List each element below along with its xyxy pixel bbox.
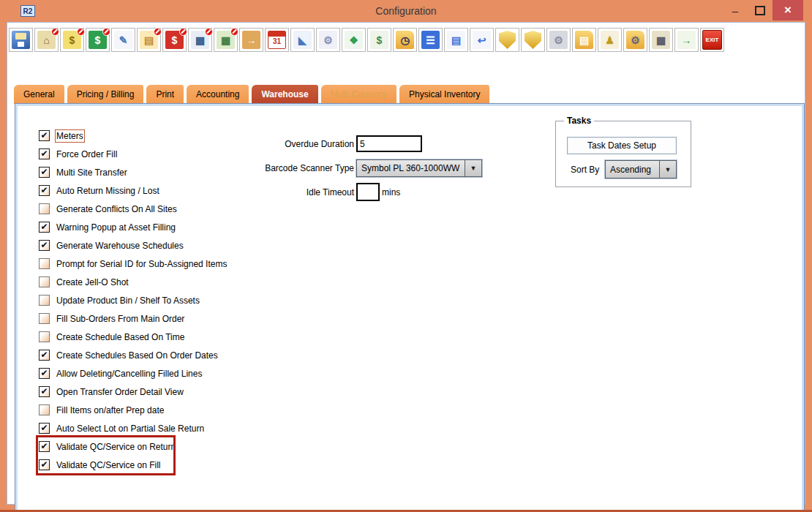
option-row: ✔Meters [39,127,227,145]
spreadsheet-button[interactable]: ▦ [214,28,238,52]
barcode-scanner-settings-button[interactable]: ⚙ [546,28,571,52]
checkbox-update-product-bin-shelf-to-assets[interactable] [39,295,50,306]
settings-gears-icon: ⚙ [319,31,337,49]
task-dates-setup-button[interactable]: Task Dates Setup [567,137,677,154]
sort-by-select[interactable]: Ascending ▼ [605,160,677,178]
exit-button[interactable]: EXIT [700,28,724,52]
window-title: Configuration [0,0,812,22]
option-label: Prompt for Serial ID for Sub-Assigned It… [56,259,227,269]
checkmark-icon: ✔ [40,241,48,249]
measure-tools-icon: ◣ [293,31,312,49]
option-label: Force Order Fill [56,149,117,159]
option-row: Generate Conflicts On All Sites [39,200,227,218]
option-row: ✔Create Schedules Based On Order Dates [39,346,227,364]
close-button[interactable]: × [772,0,803,20]
option-row: Create Jell-O Shot [39,273,227,291]
checkbox-multi-site-transfer[interactable]: ✔ [39,167,50,178]
folder-settings-button[interactable]: ⚙ [623,28,647,52]
lock-transfer-button[interactable]: → [239,28,263,52]
option-row: Create Schedule Based On Time [39,328,227,346]
checkbox-fill-sub-orders-from-main-order[interactable] [39,313,50,324]
checkbox-allow-deleting-cancelling-filled-lines[interactable]: ✔ [39,368,50,379]
document-return-button[interactable]: ↩ [470,28,494,52]
option-label: Update Product Bin / Shelf To Assets [56,295,200,306]
asset-trophy-button[interactable]: ♟ [598,28,622,52]
calculator-settings-button[interactable]: ▦ [649,28,673,52]
tasks-group: Tasks Task Dates Setup Sort By Ascending… [555,121,691,187]
folder-documents-button[interactable]: ▤ [572,28,596,52]
checkmark-icon: ✔ [40,387,48,396]
security-search-button[interactable] [495,28,519,52]
option-label: Create Schedule Based On Time [56,332,184,342]
overdue-duration-label: Overdue Duration [237,139,354,149]
checkbox-create-schedule-based-on-time[interactable] [39,331,50,342]
shop-order-button[interactable]: ⌂ [34,28,59,52]
checkbox-force-order-fill[interactable]: ✔ [39,148,50,159]
checkbox-meters[interactable]: ✔ [39,130,50,141]
checkmark-icon: ✔ [40,186,48,195]
tab-accounting[interactable]: Accounting [186,84,249,104]
checkbox-generate-conflicts-on-all-sites[interactable] [39,203,50,214]
measure-tools-button[interactable]: ◣ [290,28,315,52]
document-transfer-button[interactable]: → [674,28,699,52]
checkbox-create-schedules-based-on-order-dates[interactable]: ✔ [39,350,50,361]
alert-badge-icon [230,28,238,36]
folder-documents-icon: ▤ [575,31,593,49]
checkbox-create-jell-o-shot[interactable] [39,276,50,287]
grid-table-button[interactable]: ▦ [188,28,212,52]
option-row: ✔Multi Site Transfer [39,163,227,181]
lock-transfer-icon: → [242,31,260,49]
checkbox-open-transfer-order-detail-view[interactable]: ✔ [39,386,50,397]
tab-physical-inventory[interactable]: Physical Inventory [399,84,490,104]
dropdown-arrow-icon[interactable]: ▼ [465,160,481,176]
dropdown-arrow-icon[interactable]: ▼ [659,161,676,178]
exit-icon: EXIT [702,30,722,50]
minimize-button[interactable]: – [723,0,748,20]
document-assets-button[interactable]: ▤ [444,28,468,52]
checkbox-generate-warehouse-schedules[interactable]: ✔ [39,240,50,251]
calculator-settings-icon: ▦ [652,31,670,49]
tab-print[interactable]: Print [146,84,184,104]
invoice-button[interactable]: $ [86,28,110,52]
edit-document-button[interactable]: ✎ [111,28,135,52]
form-designer-button[interactable]: ☰ [418,28,443,52]
checkbox-auto-return-missing-lost[interactable]: ✔ [39,185,50,196]
tab-general[interactable]: General [13,84,65,104]
warehouse-options-list: ✔Meters✔Force Order Fill✔Multi Site Tran… [39,127,227,474]
settings-gears-button[interactable]: ⚙ [316,28,340,52]
checkmark-icon: ✔ [40,350,48,359]
option-row: ✔Open Transfer Order Detail View [39,383,227,401]
save-button[interactable] [9,28,33,52]
tab-pricing-billing[interactable]: Pricing / Billing [67,84,145,104]
price-tag-settings-button[interactable]: $ [367,28,391,52]
folder-history-icon: ◷ [396,31,414,49]
calendar-button[interactable]: 31 [265,28,289,52]
tab-bar: GeneralPricing / BillingPrintAccountingW… [13,84,490,104]
folder-history-button[interactable]: ◷ [393,28,417,52]
purchase-form-button[interactable]: ▤ [137,28,161,52]
barcode-scanner-type-select[interactable]: Symbol PL 360-1000WW ▼ [356,159,482,177]
security-user-button[interactable] [521,28,545,52]
document-assets-icon: ▤ [447,31,465,49]
checkbox-prompt-for-serial-id-for-sub-assigned-items[interactable] [39,258,50,269]
idle-timeout-input[interactable] [356,183,380,201]
products-cubes-button[interactable]: ❖ [342,28,366,52]
tab-warehouse[interactable]: Warehouse [251,84,318,104]
maximize-button[interactable] [748,0,772,20]
option-row: Fill Sub-Orders From Main Order [39,309,227,328]
idle-timeout-label: Idle Timeout [237,187,354,197]
barcode-scanner-type-value: Symbol PL 360-1000WW [357,163,459,173]
option-row: Update Product Bin / Shelf To Assets [39,291,227,309]
shop-order-icon: ⌂ [37,31,56,49]
titlebar: R2 Configuration – × [0,0,812,22]
cash-coins-button[interactable]: $ [60,28,84,52]
checkbox-auto-select-lot-on-partial-sale-return[interactable]: ✔ [39,423,50,434]
checkbox-fill-items-on-after-prep-date[interactable] [39,404,50,415]
checkbox-warning-popup-at-asset-filling[interactable]: ✔ [39,222,50,233]
security-user-icon [524,31,542,49]
payment-button[interactable]: $ [162,28,187,52]
option-label: Warning Popup at Asset Filling [56,222,176,233]
overdue-duration-input[interactable] [356,135,422,152]
checkmark-icon: ✔ [40,131,48,140]
barcode-scanner-settings-icon: ⚙ [549,31,568,49]
